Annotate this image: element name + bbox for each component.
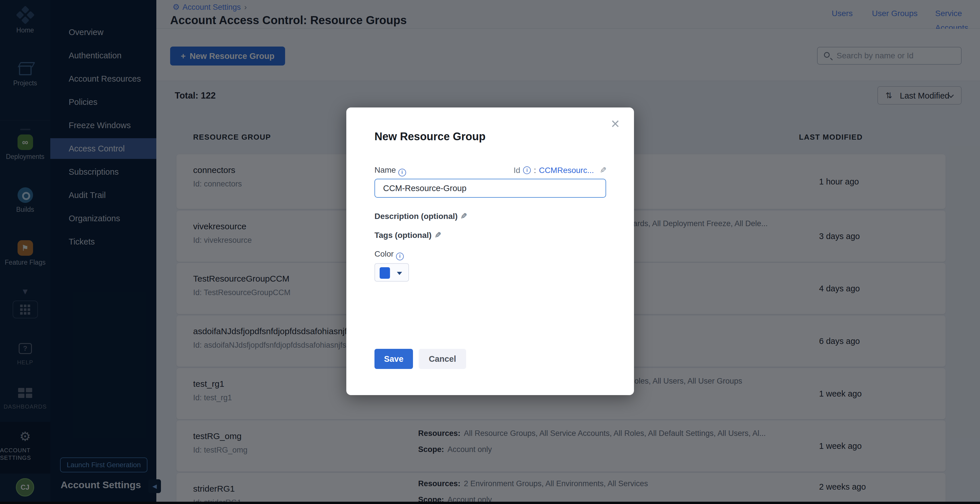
edit-tags-pencil-icon[interactable]: ✎ [434,231,441,240]
name-label: Name [374,165,396,175]
color-chip [380,267,390,279]
window-bottom-edge [0,502,980,504]
edit-description-pencil-icon[interactable]: ✎ [460,211,467,221]
save-button[interactable]: Save [374,349,413,369]
caret-down-icon [397,272,402,275]
edit-id-pencil-icon[interactable]: ✎ [600,165,606,175]
name-info-icon[interactable]: i [398,169,406,176]
tags-label: Tags (optional) [374,231,432,240]
color-info-icon[interactable]: i [396,253,404,260]
new-resource-group-modal: × New Resource Group Namei Id i : CCMRes… [346,108,634,395]
id-label: Id [514,166,520,175]
cancel-button[interactable]: Cancel [419,349,466,369]
id-info-icon[interactable]: i [523,166,531,174]
color-picker-dropdown[interactable] [374,263,409,281]
app-root: Home Projects ∞ Deployments Builds ⚑ Fea… [0,0,980,504]
modal-title: New Resource Group [374,130,485,143]
id-separator: : [534,166,536,175]
close-icon[interactable]: × [611,116,620,131]
color-label: Color [374,250,394,258]
description-label: Description (optional) [374,212,458,221]
resource-group-name-input[interactable] [374,179,606,198]
id-value-link[interactable]: CCMResourc... [539,166,594,175]
